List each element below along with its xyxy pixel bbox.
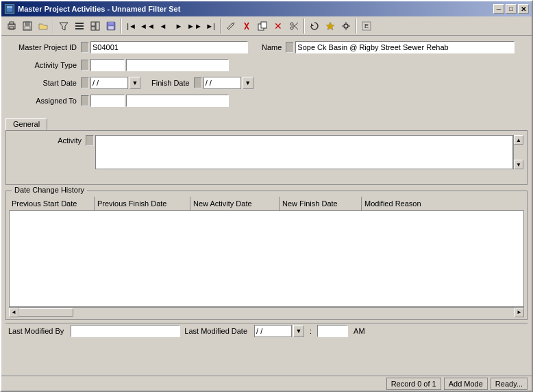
finish-date-group: ▼	[203, 77, 253, 89]
col-previous-start-date: Previous Start Date	[9, 197, 95, 210]
master-project-id-marker	[81, 42, 89, 53]
toolbar-sep-2	[121, 19, 122, 34]
activity-type-name-input[interactable]	[126, 59, 229, 71]
activity-row: Activity ▲ ▼	[10, 135, 523, 169]
start-date-group: ▼	[90, 77, 140, 89]
name-marker	[286, 42, 294, 53]
assigned-to-label: Assigned To	[5, 97, 81, 105]
master-project-id-input[interactable]	[90, 41, 248, 53]
window-title: Master Project Activities - Unnamed Filt…	[18, 5, 493, 13]
cut-button[interactable]	[239, 19, 254, 34]
last-modified-date-input[interactable]	[254, 325, 292, 337]
nav-prev-skip-button[interactable]: ◄◄	[140, 19, 155, 34]
main-window: Master Project Activities - Unnamed Filt…	[0, 0, 533, 392]
minimize-button[interactable]: ─	[493, 4, 504, 14]
delete-button[interactable]: ✕	[271, 19, 286, 34]
scissors-button[interactable]	[286, 19, 301, 34]
window-controls: ─ □ ✕	[493, 4, 529, 14]
maximize-button[interactable]: □	[506, 4, 517, 14]
last-modified-date-group: ▼	[254, 325, 304, 337]
last-modified-by-label: Last Modified By	[8, 327, 66, 335]
close-button[interactable]: ✕	[518, 4, 529, 14]
edit-button[interactable]	[223, 19, 238, 34]
assigned-to-row: Assigned To	[5, 93, 528, 108]
activity-type-input[interactable]	[90, 59, 125, 71]
master-project-id-row: Master Project ID Name	[5, 40, 528, 55]
svg-text:E: E	[364, 23, 369, 29]
finish-date-dropdown[interactable]: ▼	[243, 77, 253, 89]
svg-rect-16	[108, 22, 114, 25]
scroll-left-arrow[interactable]: ◄	[9, 308, 18, 317]
print-button[interactable]	[4, 19, 19, 34]
assigned-to-id-input[interactable]	[90, 95, 125, 107]
col-modified-reason: Modified Reason	[362, 197, 524, 210]
tab-general[interactable]: General	[5, 118, 47, 130]
scroll-h-thumb[interactable]	[18, 308, 73, 317]
nav-next-skip-button[interactable]: ►►	[187, 19, 202, 34]
start-date-label: Start Date	[5, 79, 81, 87]
date-change-history-title: Date Change History	[12, 186, 87, 194]
svg-rect-13	[91, 27, 95, 30]
filter-button[interactable]	[56, 19, 71, 34]
last-modified-by-input[interactable]	[71, 325, 180, 337]
svg-marker-26	[311, 23, 314, 26]
col-previous-finish-date: Previous Finish Date	[95, 197, 190, 210]
bottom-bar: Last Modified By Last Modified Date ▼ : …	[5, 323, 528, 338]
settings-button[interactable]	[338, 19, 354, 34]
finish-date-label: Finish Date	[151, 79, 194, 87]
nav-last-button[interactable]: ►|	[203, 19, 218, 34]
disk-button[interactable]	[103, 19, 119, 34]
scroll-up-arrow[interactable]: ▲	[514, 135, 523, 145]
folder-button[interactable]	[36, 19, 51, 34]
nav-next-button[interactable]: ►	[171, 19, 186, 34]
app-icon	[4, 3, 15, 14]
svg-rect-12	[91, 22, 95, 26]
last-modified-date-label: Last Modified Date	[184, 327, 250, 335]
record-info: Record 0 of 1	[386, 378, 441, 390]
dates-row: Start Date ▼ Finish Date ▼	[5, 75, 528, 90]
svg-marker-8	[60, 23, 68, 30]
scroll-right-arrow[interactable]: ►	[515, 308, 524, 317]
svg-rect-11	[75, 28, 84, 29]
assigned-to-name-input[interactable]	[126, 95, 229, 107]
name-input[interactable]	[295, 41, 515, 53]
svg-rect-1	[7, 6, 12, 8]
nav-first-button[interactable]: |◄	[124, 19, 139, 34]
svg-rect-10	[75, 25, 84, 27]
refresh-button[interactable]	[307, 19, 322, 34]
col-new-finish-date: New Finish Date	[280, 197, 362, 210]
col-new-activity-date: New Activity Date	[190, 197, 280, 210]
form-area: Master Project ID Name Activity Type Sta…	[5, 40, 528, 111]
finish-date-marker	[194, 77, 202, 88]
svg-point-28	[344, 24, 348, 28]
copy-button[interactable]	[255, 19, 270, 34]
start-date-input[interactable]	[90, 77, 128, 89]
tab-content-general: Activity ▲ ▼	[5, 130, 528, 185]
finish-date-input[interactable]	[203, 77, 241, 89]
start-date-dropdown[interactable]: ▼	[129, 77, 140, 89]
bookmark-button[interactable]	[323, 19, 338, 34]
ampm-label: AM	[352, 327, 367, 335]
activity-label: Activity	[10, 135, 86, 145]
date-change-history-group: Date Change History Previous Start Date …	[5, 191, 528, 320]
svg-rect-17	[108, 26, 114, 29]
nav-prev-button[interactable]: ◄	[156, 19, 171, 34]
view-list-button[interactable]	[72, 19, 87, 34]
view-detail-button[interactable]	[88, 19, 103, 34]
last-modified-date-dropdown[interactable]: ▼	[293, 325, 304, 337]
status-bar: Record 0 of 1 Add Mode Ready...	[1, 376, 532, 391]
export-button[interactable]: E	[359, 19, 374, 34]
activity-type-label: Activity Type	[5, 61, 81, 69]
time-input[interactable]	[317, 325, 348, 337]
time-separator: :	[308, 327, 313, 335]
activity-marker	[86, 135, 94, 146]
scroll-thumb	[514, 145, 523, 160]
activity-textarea[interactable]	[95, 135, 513, 169]
tabs-area: General Activity ▲ ▼	[5, 117, 528, 185]
ready-status: Ready...	[491, 378, 528, 390]
save-button[interactable]	[20, 19, 35, 34]
svg-rect-9	[75, 23, 84, 24]
scroll-down-arrow[interactable]: ▼	[514, 160, 523, 169]
assigned-to-marker	[81, 95, 89, 106]
activity-scrollbar-v: ▲ ▼	[513, 135, 523, 169]
